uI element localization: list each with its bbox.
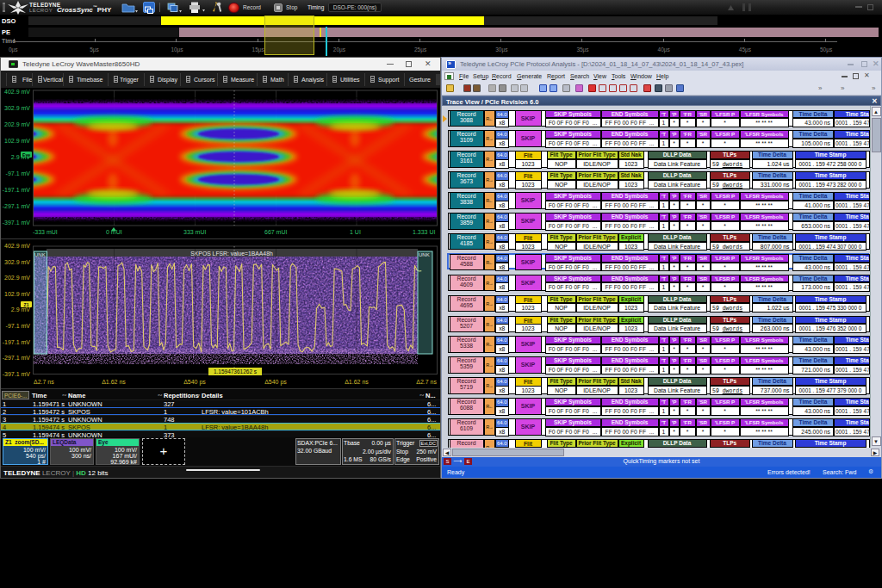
svg-text:Δ540 ps: Δ540 ps [264, 379, 287, 386]
svg-text:102.9 mV: 102.9 mV [4, 138, 30, 144]
svg-text:667 mUI: 667 mUI [264, 229, 288, 235]
svg-text:-333 mUI: -333 mUI [33, 229, 58, 235]
svg-text:Δ1.62 ns: Δ1.62 ns [345, 379, 369, 385]
svg-text:102.9 mV: 102.9 mV [4, 291, 30, 297]
svg-text:Δ2.7 ns: Δ2.7 ns [34, 379, 54, 385]
svg-text:-397.1 mV: -397.1 mV [3, 220, 31, 226]
svg-text:202.9 mV: 202.9 mV [4, 121, 30, 127]
svg-text:302.9 mV: 302.9 mV [4, 259, 30, 265]
svg-text:UNK: UNK [34, 252, 46, 257]
svg-text:Δ540 ps: Δ540 ps [183, 379, 206, 386]
svg-text:402.9 mV: 402.9 mV [4, 243, 30, 249]
svg-text:Δ2.7 ns: Δ2.7 ns [416, 379, 437, 385]
svg-text:-197.1 mV: -197.1 mV [3, 339, 31, 345]
svg-text:202.9 mV: 202.9 mV [4, 275, 30, 281]
svg-text:-297.1 mV: -297.1 mV [3, 203, 31, 209]
svg-text:-197.1 mV: -197.1 mV [3, 187, 31, 193]
svg-text:1.15947361262 s: 1.15947361262 s [214, 368, 258, 374]
svg-text:-97.1 mV: -97.1 mV [6, 323, 31, 329]
svg-text:-97.1 mV: -97.1 mV [6, 170, 31, 176]
svg-text:UNK: UNK [419, 252, 430, 257]
svg-text:402.9 mV: 402.9 mV [4, 89, 30, 95]
svg-text:1.333 UI: 1.333 UI [413, 229, 436, 235]
svg-text:302.9 mV: 302.9 mV [4, 105, 30, 111]
svg-text:1 UI: 1 UI [350, 229, 361, 235]
svg-text:333 mUI: 333 mUI [183, 229, 207, 235]
svg-text:2.9 mV: 2.9 mV [11, 306, 31, 313]
svg-text:-397.1 mV: -397.1 mV [3, 371, 31, 377]
svg-text:-297.1 mV: -297.1 mV [3, 355, 31, 361]
svg-text:Eye: Eye [22, 152, 30, 158]
svg-text:Z1: Z1 [24, 302, 29, 307]
svg-text:SKPOS LFSR: value=1BAA48h: SKPOS LFSR: value=1BAA48h [190, 251, 273, 257]
svg-text:Δ1.62 ns: Δ1.62 ns [102, 379, 126, 385]
